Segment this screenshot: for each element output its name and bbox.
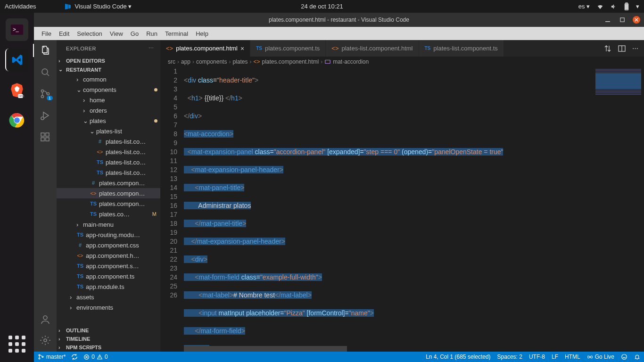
sidebar: EXPLORER ⋯ ›OPEN EDITORS ⌄RESTAURANT ›co… (57, 40, 160, 352)
folder-common[interactable]: ›common (57, 74, 160, 84)
file-plates-spec[interactable]: TSplates.compon… (57, 198, 160, 209)
file-app-ts[interactable]: TSapp.component.ts (57, 271, 160, 281)
svg-point-21 (43, 316, 47, 320)
section-workspace[interactable]: ⌄RESTAURANT (57, 65, 160, 74)
tab-plates-html[interactable]: <>plates.component.html× (160, 40, 250, 57)
file-plates-css[interactable]: #plates.compon… (57, 178, 160, 188)
menu-view[interactable]: View (106, 30, 127, 37)
split-icon[interactable] (618, 45, 626, 52)
system-menu-caret[interactable]: ▾ (636, 3, 639, 10)
dock-chrome[interactable] (6, 109, 28, 132)
svg-point-16 (41, 117, 44, 120)
wifi-icon[interactable] (596, 3, 604, 10)
tabs: <>plates.component.html× TSplates.compon… (160, 40, 644, 57)
file-plates-ts[interactable]: TSplates.co…M (57, 209, 160, 219)
tab-plates-ts[interactable]: TSplates.component.ts (250, 40, 326, 57)
section-open-editors[interactable]: ›OPEN EDITORS (57, 57, 160, 65)
folder-plates[interactable]: ⌄plates (57, 115, 160, 126)
statusbar: master* 0 0 Ln 4, Col 1 (685 selected) S… (34, 352, 644, 362)
activity-explorer[interactable] (40, 45, 51, 56)
folder-plates-list[interactable]: ⌄plates-list (57, 126, 160, 136)
activity-scm[interactable]: 1 (40, 88, 51, 99)
close-button[interactable] (633, 16, 640, 24)
gnome-topbar: Actividades Visual Studio Code ▾ 24 de o… (0, 0, 644, 13)
svg-text:beta: beta (18, 94, 25, 98)
compare-icon[interactable] (604, 45, 611, 52)
scm-badge: 1 (47, 96, 53, 100)
menu-help[interactable]: Help (192, 30, 212, 37)
section-npm[interactable]: ›NPM SCRIPTS (57, 343, 160, 352)
folder-main-menu[interactable]: ›main-menu (57, 219, 160, 230)
svg-point-22 (44, 339, 47, 342)
activity-search[interactable] (40, 66, 51, 78)
tab-plates-list-html[interactable]: <>plates-list.component.html (326, 40, 419, 57)
tab-plates-list-ts[interactable]: TSplates-list.component.ts (419, 40, 504, 57)
activity-debug[interactable] (40, 110, 51, 121)
folder-orders[interactable]: ›orders (57, 105, 160, 115)
folder-environments[interactable]: ›environments (57, 302, 160, 313)
dock-terminal[interactable]: >_ (6, 18, 28, 41)
battery-icon[interactable] (624, 2, 629, 11)
status-encoding[interactable]: UTF-8 (529, 354, 545, 360)
file-plates-list-html[interactable]: <>plates-list.co… (57, 147, 160, 157)
section-timeline[interactable]: ›TIMELINE (57, 335, 160, 343)
maximize-button[interactable] (619, 16, 626, 24)
code-content[interactable]: <div class="header-title"> <h1> {{title}… (184, 67, 592, 352)
section-outline[interactable]: ›OUTLINE (57, 326, 160, 335)
close-icon[interactable]: × (240, 45, 244, 52)
menu-terminal[interactable]: Terminal (161, 30, 192, 37)
folder-assets[interactable]: ›assets (57, 292, 160, 302)
svg-point-29 (589, 356, 591, 357)
dock-show-apps[interactable] (8, 336, 25, 353)
status-eol[interactable]: LF (552, 354, 558, 360)
file-plates-html[interactable]: <>plates.compon… (57, 188, 160, 198)
horizontal-scrollbar[interactable] (184, 346, 592, 352)
dock-vscode[interactable] (5, 49, 28, 71)
status-sync[interactable] (71, 354, 78, 360)
menu-selection[interactable]: Selection (73, 30, 106, 37)
file-app-html[interactable]: <>app.component.h… (57, 250, 160, 261)
folder-home[interactable]: ›home (57, 95, 160, 105)
clock[interactable]: 24 de oct 10:21 (301, 3, 343, 10)
status-spaces[interactable]: Spaces: 2 (497, 354, 522, 360)
menu-go[interactable]: Go (127, 30, 142, 37)
file-app-module[interactable]: TSapp.module.ts (57, 281, 160, 292)
explorer-more-icon[interactable]: ⋯ (149, 45, 154, 51)
status-feedback-icon[interactable] (621, 354, 627, 360)
vscode-window: plates.component.html - restaurant - Vis… (34, 13, 644, 362)
keyboard-lang[interactable]: es ▾ (578, 3, 590, 10)
status-problems[interactable]: 0 0 (83, 354, 107, 360)
menu-file[interactable]: File (38, 30, 55, 37)
volume-icon[interactable] (611, 3, 617, 10)
activity-account[interactable] (40, 314, 51, 325)
menu-run[interactable]: Run (142, 30, 161, 37)
file-app-spec[interactable]: TSapp.component.s… (57, 261, 160, 271)
breadcrumb[interactable]: src› app› components› plates› <> plates.… (160, 57, 644, 67)
status-cursor[interactable]: Ln 4, Col 1 (685 selected) (426, 354, 490, 360)
svg-rect-1 (626, 2, 627, 3)
minimize-button[interactable] (604, 16, 612, 24)
ubuntu-dock: >_ beta (0, 13, 34, 362)
status-bell-icon[interactable] (634, 354, 640, 360)
minimap[interactable] (592, 67, 644, 352)
file-plates-list-ts[interactable]: TSplates-list.co… (57, 167, 160, 178)
file-app-css[interactable]: #app.component.css (57, 240, 160, 250)
status-lang[interactable]: HTML (565, 354, 580, 360)
dock-brave[interactable]: beta (6, 79, 28, 101)
file-plates-list-spec[interactable]: TSplates-list.co… (57, 157, 160, 167)
activity-extensions[interactable] (40, 132, 51, 143)
more-icon[interactable]: ⋯ (632, 45, 638, 52)
menu-edit[interactable]: Edit (55, 30, 73, 37)
status-golive[interactable]: Go Live (587, 354, 614, 360)
svg-point-26 (39, 358, 40, 359)
status-branch[interactable]: master* (38, 354, 66, 360)
file-app-routing[interactable]: TSapp-routing.modu… (57, 230, 160, 240)
file-plates-list-css[interactable]: #plates-list.co… (57, 136, 160, 147)
titlebar: plates.component.html - restaurant - Vis… (34, 13, 644, 27)
svg-rect-18 (41, 138, 44, 141)
current-app[interactable]: Visual Studio Code ▾ (64, 3, 132, 10)
activity-settings[interactable] (40, 335, 51, 346)
activities-button[interactable]: Actividades (5, 3, 36, 10)
code-editor[interactable]: 1234567891011121314151617181920212223242… (160, 67, 644, 352)
folder-components[interactable]: ⌄components (57, 84, 160, 95)
